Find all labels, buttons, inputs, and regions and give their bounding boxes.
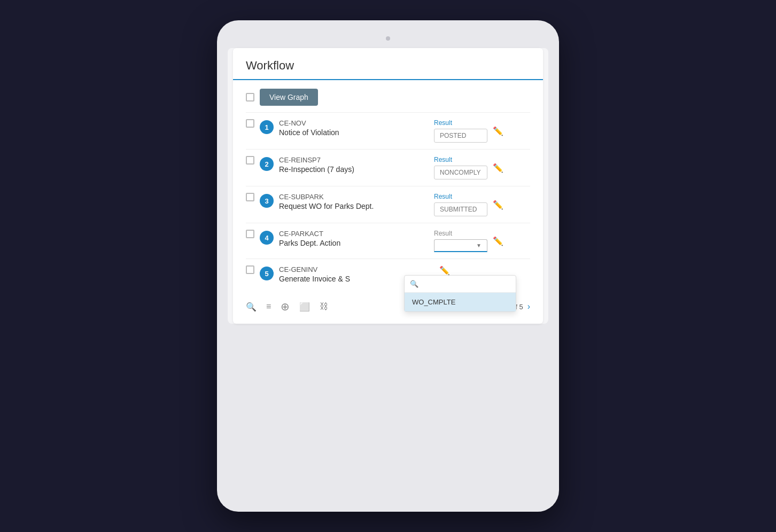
step-badge-3: 3 [260,194,274,208]
item-1-edit-icon[interactable]: ✏️ [493,126,503,136]
chevron-down-icon: ▼ [476,242,482,248]
item-4-result-label: Result [434,230,487,237]
workflow-item-4: 4 CE-PARKACT Parks Dept. Action Result ▼ [233,223,543,259]
item-3-code: CE-SUBPARK [279,193,374,201]
item-4-edit-icon[interactable]: ✏️ [493,236,503,246]
share-icon[interactable]: ⛓ [320,302,328,311]
step-badge-4: 4 [260,231,274,245]
filter-icon[interactable]: ≡ [266,302,271,311]
dropdown-option-wo-cmplte[interactable]: WO_CMPLTE [405,293,516,311]
item-2-name: Re-Inspection (7 days) [279,165,354,174]
item-3-checkbox[interactable] [246,193,254,201]
tablet-screen: Workflow View Graph 1 CE-NOV Notice of V… [228,48,548,324]
step-badge-1: 1 [260,120,274,134]
workflow-item-5: 5 CE-GENINV Generate Invoice & S ✏️ 🔍 [233,259,543,290]
item-2-result-label: Result [434,156,487,163]
workflow-item-1: 1 CE-NOV Notice of Violation Result POST… [233,113,543,149]
item-5-code: CE-GENINV [279,265,350,273]
panel-header: Workflow [233,48,543,80]
toolbar-row: View Graph [233,80,543,112]
item-3-edit-icon[interactable]: ✏️ [493,200,503,210]
item-4-result-dropdown[interactable]: ▼ [434,239,487,252]
item-4-code: CE-PARKACT [279,230,340,238]
next-page-button[interactable]: › [527,302,530,311]
dropdown-popup: 🔍 WO_CMPLTE [404,275,516,312]
item-1-name: Notice of Violation [279,128,339,137]
item-2-edit-icon[interactable]: ✏️ [493,163,503,173]
delete-icon[interactable]: ⬜ [299,302,310,312]
item-2-result-value[interactable]: NONCOMPLY [434,166,487,179]
item-5-name: Generate Invoice & S [279,275,350,283]
item-5-edit-icon[interactable]: ✏️ [439,265,450,276]
add-icon[interactable]: ⊕ [281,300,290,313]
dropdown-search-row: 🔍 [405,276,516,293]
item-1-result-value[interactable]: POSTED [434,129,487,143]
item-1-code: CE-NOV [279,119,339,127]
panel-title: Workflow [246,59,530,79]
item-5-checkbox[interactable] [246,265,254,274]
tablet-frame: Workflow View Graph 1 CE-NOV Notice of V… [217,20,559,512]
workflow-item-2: 2 CE-REINSP7 Re-Inspection (7 days) Resu… [233,150,543,186]
step-badge-2: 2 [260,157,274,171]
item-2-code: CE-REINSP7 [279,156,354,164]
item-2-checkbox[interactable] [246,156,254,165]
item-3-result-label: Result [434,193,487,200]
item-1-checkbox[interactable] [246,119,254,128]
item-4-name: Parks Dept. Action [279,239,340,247]
view-graph-button[interactable]: View Graph [260,89,318,106]
search-icon[interactable]: 🔍 [246,302,257,312]
item-1-result-label: Result [434,119,487,127]
select-all-checkbox[interactable] [246,93,254,101]
item-3-result-value[interactable]: SUBMITTED [434,202,487,216]
tablet-camera [386,36,390,41]
workflow-item-3: 3 CE-SUBPARK Request WO for Parks Dept. … [233,186,543,223]
step-badge-5: 5 [260,267,274,280]
dropdown-search-input[interactable] [422,280,510,288]
dropdown-search-icon: 🔍 [410,280,418,288]
workflow-panel: Workflow View Graph 1 CE-NOV Notice of V… [233,48,543,324]
item-4-checkbox[interactable] [246,230,254,238]
item-3-name: Request WO for Parks Dept. [279,202,374,210]
